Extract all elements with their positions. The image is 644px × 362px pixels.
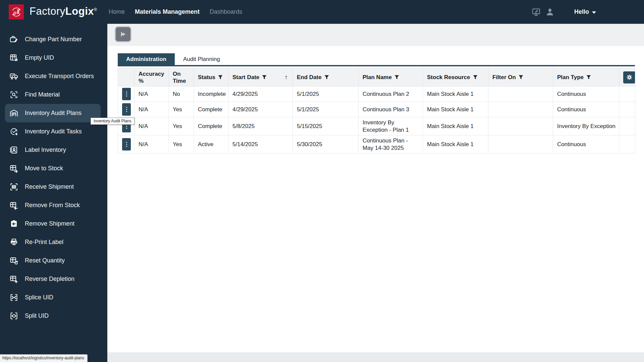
col-header-plan_type[interactable]: Plan Type <box>553 68 619 86</box>
col-header-stock[interactable]: Stock Resource <box>423 68 488 86</box>
status-url: https://localhost/logistics/inventory-au… <box>2 356 84 360</box>
collapse-back-button[interactable] <box>115 26 131 42</box>
sidebar-item-remove-from-stock[interactable]: Remove From Stock <box>5 196 101 215</box>
column-label: Plan Type <box>557 74 584 81</box>
cell-settings <box>619 86 635 102</box>
sidebar-item-inventory-audit-tasks[interactable]: Inventory Audit Tasks <box>5 122 101 141</box>
browser-status-bar: https://localhost/logistics/inventory-au… <box>0 354 88 362</box>
row-menu-button[interactable] <box>122 138 131 150</box>
user-icon[interactable] <box>545 7 554 16</box>
cell-stock: Main Stock Aisle 1 <box>423 135 488 154</box>
tab-audit-planning[interactable]: Audit Planning <box>175 53 228 65</box>
cell-stock: Main Stock Aisle 1 <box>423 117 488 135</box>
filter-funnel-icon[interactable] <box>215 75 223 79</box>
cell-filter_on <box>488 102 553 117</box>
column-label: Accuracy % <box>139 70 165 84</box>
cell-menu <box>118 135 135 154</box>
filter-funnel-icon[interactable] <box>259 75 267 79</box>
grid-x-icon <box>9 53 18 62</box>
cell-on_time: Yes <box>169 102 194 117</box>
nav-dashboards[interactable]: Dashboards <box>210 8 242 15</box>
topbar-nav: HomeMaterials ManagementDashboards <box>109 0 242 24</box>
scan-search-icon <box>9 90 18 99</box>
chevron-down-icon <box>592 11 596 14</box>
sidebar-item-label: Change Part Number <box>25 36 82 43</box>
col-header-on_time[interactable]: On Time <box>169 68 194 86</box>
user-menu[interactable]: Hello <box>574 0 596 24</box>
col-header-filter_on[interactable]: Filter On <box>488 68 553 86</box>
sidebar-item-find-material[interactable]: Find Material <box>5 85 101 104</box>
col-header-status[interactable]: Status <box>194 68 228 86</box>
col-header-menu <box>118 68 135 86</box>
sidebar-item-remove-shipment[interactable]: Remove Shipment <box>5 215 101 233</box>
cell-plan_name: Continuous Plan - May 14-30 2025 <box>359 135 423 154</box>
cell-end: 5/30/2025 <box>293 135 359 154</box>
column-settings-button[interactable] <box>623 71 635 83</box>
contact-card-icon <box>9 145 18 155</box>
cell-on_time: Yes <box>169 135 194 154</box>
sidebar-item-reverse-depletion[interactable]: Reverse Depletion <box>5 270 101 288</box>
row-menu-button[interactable] <box>122 88 131 100</box>
col-header-accuracy[interactable]: Accuracy % <box>135 68 169 86</box>
filter-funnel-icon[interactable] <box>470 75 478 79</box>
main-panel: AdministrationAudit Planning Accuracy %O… <box>107 46 644 352</box>
truck-check-icon <box>9 72 18 81</box>
sidebar-item-splice-uid[interactable]: Splice UID <box>5 288 101 307</box>
sidebar-item-label: Move to Stock <box>25 165 63 172</box>
cell-status: Complete <box>194 102 228 117</box>
cell-status: Incomplete <box>194 86 228 102</box>
cell-settings <box>619 135 635 154</box>
cell-plan_type: Inventory By Exception <box>553 117 619 135</box>
cell-plan_name: Continuous Plan 2 <box>359 86 423 102</box>
printer-icon <box>9 238 18 247</box>
tab-administration[interactable]: Administration <box>118 53 175 65</box>
col-header-end[interactable]: End Date <box>293 68 359 86</box>
nav-materials-management[interactable]: Materials Management <box>135 8 200 15</box>
audit-plans-table: Accuracy %On TimeStatusStart Date↑End Da… <box>118 68 635 154</box>
col-header-start[interactable]: Start Date↑ <box>228 68 293 86</box>
check-plus-icon <box>9 127 18 136</box>
row-menu-button[interactable] <box>122 103 131 116</box>
filter-funnel-icon[interactable] <box>322 75 329 79</box>
cell-plan_type: Continuous <box>553 102 619 117</box>
sidebar-item-label: Split UID <box>25 312 49 319</box>
column-label: End Date <box>297 74 322 81</box>
cell-menu <box>118 86 135 102</box>
column-label: Status <box>198 74 215 81</box>
sidebar-item-move-to-stock[interactable]: Move to Stock <box>5 159 101 178</box>
sidebar-item-label-inventory[interactable]: Label Inventory <box>5 141 101 159</box>
column-label: Stock Resource <box>427 74 470 81</box>
sidebar-item-change-part-number[interactable]: Change Part Number <box>5 30 101 49</box>
filter-funnel-icon[interactable] <box>392 75 399 79</box>
greeting-label: Hello <box>574 8 589 15</box>
nav-home[interactable]: Home <box>109 8 125 15</box>
sidebar-item-label: Empty UID <box>25 54 54 61</box>
sidebar-item-empty-uid[interactable]: Empty UID <box>5 49 101 67</box>
sidebar-item-reset-quantity[interactable]: Reset Quantity <box>5 251 101 270</box>
sidebar-item-split-uid[interactable]: Split UID <box>5 307 101 325</box>
cell-on_time: No <box>169 86 194 102</box>
display-edit-icon[interactable] <box>532 7 541 16</box>
brand-logix: Logix <box>65 5 94 17</box>
cell-filter_on <box>488 135 553 154</box>
sidebar-item-re-print-label[interactable]: Re-Print Label <box>5 233 101 251</box>
factorylogix-logo-icon <box>9 4 24 19</box>
col-header-settings[interactable] <box>619 68 635 86</box>
header-row: Accuracy %On TimeStatusStart Date↑End Da… <box>118 68 635 86</box>
registered-mark: ® <box>94 7 97 12</box>
cell-stock: Main Stock Aisle 1 <box>423 86 488 102</box>
filter-funnel-icon[interactable] <box>584 75 591 79</box>
sidebar-item-receive-shipment[interactable]: Receive Shipment <box>5 178 101 196</box>
cell-settings <box>619 117 635 135</box>
table-row: N/AYesComplete4/29/20255/1/2025Continuou… <box>118 102 635 117</box>
cell-menu <box>118 102 135 117</box>
col-header-plan_name[interactable]: Plan Name <box>359 68 423 86</box>
filter-funnel-icon[interactable] <box>516 75 523 79</box>
grid-arrow-right-icon <box>9 164 18 173</box>
cell-accuracy: N/A <box>135 86 169 102</box>
arrow-to-bar-icon <box>119 30 127 38</box>
cell-start: 4/29/2025 <box>228 102 293 117</box>
sidebar-item-execute-transport-orders[interactable]: Execute Transport Orders <box>5 67 101 85</box>
sidebar-item-inventory-audit-plans[interactable]: Inventory Audit Plans <box>5 104 101 122</box>
sidebar-item-label: Remove Shipment <box>25 220 74 227</box>
